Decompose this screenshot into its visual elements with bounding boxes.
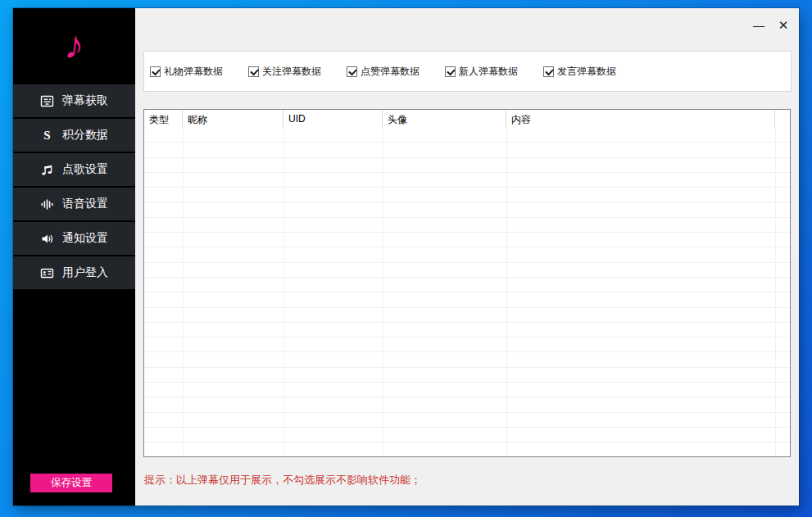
window-controls: — ✕ <box>746 16 796 34</box>
sidebar: ♪ 弹幕获取S积分数据点歌设置语音设置通知设置用户登入 保存设置 <box>13 8 135 506</box>
table-empty-row <box>144 278 790 293</box>
danmaku-table: 类型昵称UID头像内容 <box>143 109 791 457</box>
close-button[interactable]: ✕ <box>771 16 796 34</box>
column-header-0[interactable]: 类型 <box>144 110 183 128</box>
table-empty-row <box>144 263 790 278</box>
table-empty-row <box>144 128 790 143</box>
table-empty-row <box>144 158 790 173</box>
waveform-icon <box>40 197 54 211</box>
table-empty-row <box>144 397 790 412</box>
minimize-button[interactable]: — <box>746 16 771 34</box>
table-empty-row <box>144 247 790 262</box>
sidebar-item-points-data[interactable]: S积分数据 <box>13 119 135 153</box>
checkbox-icon[interactable] <box>248 66 259 77</box>
sidebar-item-label: 用户登入 <box>62 265 108 280</box>
main-area: — ✕ 礼物弹幕数据关注弹幕数据点赞弹幕数据新人弹幕数据发言弹幕数据 类型昵称U… <box>135 8 799 506</box>
table-empty-row <box>144 323 790 338</box>
sidebar-item-user-login[interactable]: 用户登入 <box>13 256 135 291</box>
sidebar-item-label: 点歌设置 <box>62 162 108 177</box>
sidebar-item-danmaku-fetch[interactable]: 弹幕获取 <box>13 84 135 119</box>
table-empty-row <box>144 442 790 456</box>
table-empty-row <box>144 218 790 233</box>
filter-checkbox-item[interactable]: 点赞弹幕数据 <box>347 65 420 79</box>
checkbox-icon[interactable] <box>543 66 554 77</box>
sidebar-item-song-request[interactable]: 点歌设置 <box>13 153 135 188</box>
table-empty-row <box>144 188 790 202</box>
filter-label: 礼物弹幕数据 <box>164 65 223 79</box>
save-settings-button[interactable]: 保存设置 <box>30 474 112 492</box>
app-window: ♪ 弹幕获取S积分数据点歌设置语音设置通知设置用户登入 保存设置 — ✕ 礼物弹… <box>13 8 799 506</box>
table-gridline <box>775 128 776 456</box>
table-gridline <box>284 128 284 456</box>
table-gridline <box>183 128 184 456</box>
table-empty-row <box>144 233 790 247</box>
table-header-row: 类型昵称UID头像内容 <box>144 110 790 128</box>
table-empty-row <box>144 413 790 428</box>
filter-label: 发言弹幕数据 <box>557 65 616 79</box>
logo-area: ♪ <box>13 8 135 84</box>
sidebar-item-label: 积分数据 <box>62 128 108 143</box>
column-header-1[interactable]: 昵称 <box>183 110 284 128</box>
column-header-3[interactable]: 头像 <box>383 110 506 128</box>
filter-checkbox-item[interactable]: 新人弹幕数据 <box>445 65 518 79</box>
table-empty-row <box>144 368 790 383</box>
table-empty-row <box>144 293 790 307</box>
checkbox-icon[interactable] <box>347 66 357 77</box>
filter-label: 点赞弹幕数据 <box>361 65 420 79</box>
speaker-icon <box>40 232 54 246</box>
table-empty-row <box>144 352 790 367</box>
filter-label: 关注弹幕数据 <box>262 65 321 79</box>
music-notes-icon <box>40 163 54 177</box>
table-gridline <box>506 128 507 456</box>
table-empty-row <box>144 338 790 352</box>
table-empty-row <box>144 308 790 323</box>
table-empty-row <box>144 383 790 397</box>
table-body <box>144 128 790 456</box>
filter-checkbox-item[interactable]: 发言弹幕数据 <box>543 65 616 79</box>
danmaku-filter-panel: 礼物弹幕数据关注弹幕数据点赞弹幕数据新人弹幕数据发言弹幕数据 <box>143 51 792 92</box>
danmaku-list-icon <box>40 94 54 108</box>
sidebar-item-voice-settings[interactable]: 语音设置 <box>13 188 135 222</box>
sidebar-item-label: 弹幕获取 <box>62 93 108 108</box>
table-gridline <box>383 128 383 456</box>
music-note-icon: ♪ <box>62 25 85 64</box>
column-header-spacer <box>775 110 790 128</box>
filter-checkbox-item[interactable]: 关注弹幕数据 <box>248 65 321 79</box>
checkbox-icon[interactable] <box>150 66 161 77</box>
filter-label: 新人弹幕数据 <box>459 65 518 79</box>
table-empty-row <box>144 143 790 157</box>
column-header-uid[interactable]: UID <box>284 110 383 128</box>
points-s-icon: S <box>40 129 54 143</box>
table-empty-row <box>144 173 790 188</box>
id-card-icon <box>40 266 54 280</box>
sidebar-item-label: 语音设置 <box>62 197 108 211</box>
column-header-4[interactable]: 内容 <box>506 110 775 128</box>
checkbox-icon[interactable] <box>445 66 456 77</box>
hint-text: 提示：以上弹幕仅用于展示，不勾选展示不影响软件功能； <box>144 473 421 488</box>
sidebar-menu: 弹幕获取S积分数据点歌设置语音设置通知设置用户登入 <box>13 84 135 291</box>
sidebar-item-notify-settings[interactable]: 通知设置 <box>13 222 135 256</box>
table-empty-row <box>144 428 790 442</box>
table-empty-row <box>144 202 790 217</box>
filter-checkbox-item[interactable]: 礼物弹幕数据 <box>150 65 223 79</box>
sidebar-item-label: 通知设置 <box>62 231 108 246</box>
